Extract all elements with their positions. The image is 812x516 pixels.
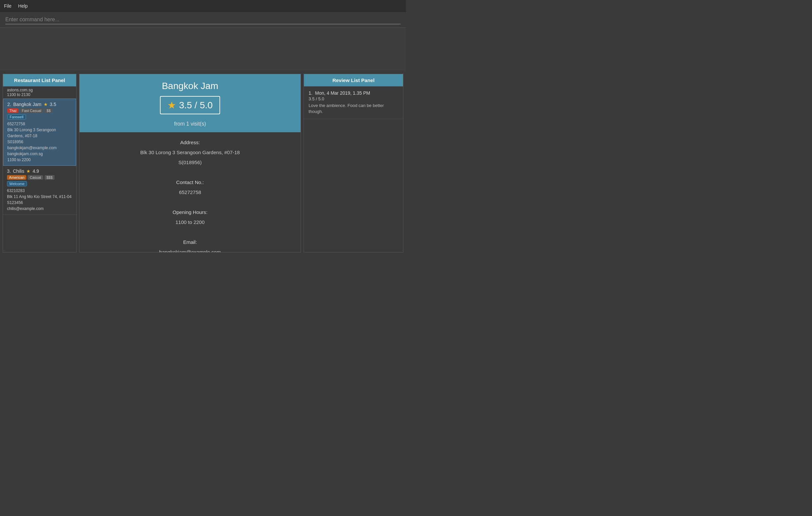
- chilis-address: Blk 11 Ang Mo Kio Street 74, #11-04: [7, 194, 72, 200]
- review-list-panel-header: Review List Panel: [304, 74, 403, 86]
- command-bar: [0, 12, 406, 28]
- center-visits: from 1 visit(s): [85, 121, 295, 127]
- rating-box: ★ 3.5 / 5.0: [160, 96, 220, 114]
- menu-bar: File Help: [0, 0, 406, 12]
- restaurant-hours: 1100 to 2200: [7, 157, 72, 163]
- review-rating: 3.5 / 5.0: [309, 96, 398, 101]
- partial-restaurant-item: astons.com.sg 1100 to 2130: [3, 86, 76, 99]
- chilis-rating: 4.9: [33, 169, 39, 174]
- chilis-star-icon: ★: [26, 169, 31, 174]
- center-rating: 3.5 / 5.0: [179, 100, 212, 111]
- review-date: 1. Mon, 4 Mar 2019, 1.35 PM: [309, 90, 398, 96]
- main-panels: Restaurant List Panel astons.com.sg 1100…: [0, 71, 406, 255]
- center-restaurant-name: Bangkok Jam: [85, 81, 295, 91]
- rating-star-icon: ★: [167, 99, 176, 111]
- restaurant-list-body[interactable]: astons.com.sg 1100 to 2130 2. Bangkok Ja…: [3, 86, 76, 252]
- chilis-tag-price: $$$: [45, 175, 55, 180]
- chilis-phone: 63210283: [7, 188, 72, 194]
- chilis-detail: 63210283 Blk 11 Ang Mo Kio Street 74, #1…: [7, 188, 72, 212]
- partial-hours: 1100 to 2130: [7, 92, 72, 97]
- chilis-postal: S123456: [7, 200, 72, 206]
- restaurant-list-panel: Restaurant List Panel astons.com.sg 1100…: [3, 74, 77, 252]
- review-item-1[interactable]: 1. Mon, 4 Mar 2019, 1.35 PM 3.5 / 5.0 Lo…: [304, 86, 403, 119]
- tag-cuisine: Thai: [7, 108, 18, 113]
- contact-value: 65272758: [86, 187, 294, 198]
- restaurant-name: Bangkok Jam: [13, 102, 41, 107]
- chilis-tag-cuisine: American: [7, 175, 26, 180]
- tag-style: Fast Casual: [20, 108, 43, 113]
- chilis-number: 3.: [7, 169, 11, 174]
- center-details: Address: Blk 30 Lorong 3 Serangoon Garde…: [80, 132, 300, 252]
- restaurant-list-panel-header: Restaurant List Panel: [3, 74, 76, 86]
- restaurant-website: bangkokjam.com.sg: [7, 151, 72, 157]
- review-text: Love the ambience. Food can be better th…: [309, 103, 398, 115]
- restaurant-detail-panel: Bangkok Jam ★ 3.5 / 5.0 from 1 visit(s) …: [79, 74, 301, 252]
- email-value: bangkokjam@example.com: [86, 247, 294, 252]
- output-area: [0, 28, 406, 71]
- menu-file[interactable]: File: [4, 3, 12, 9]
- chilis-tags-row: American Casual $$$: [7, 175, 72, 180]
- restaurant-name-row: 2. Bangkok Jam ★ 3.5: [7, 102, 72, 107]
- tag-occasion: Farewell: [7, 114, 26, 120]
- contact-label: Contact No.:: [86, 177, 294, 187]
- review-list-panel: Review List Panel 1. Mon, 4 Mar 2019, 1.…: [303, 74, 403, 252]
- restaurant-name-row-chilis: 3. Chilis ★ 4.9: [7, 169, 72, 174]
- email-label: Email:: [86, 237, 294, 247]
- restaurant-rating: 3.5: [50, 102, 56, 107]
- restaurant-detail: 65272758 Blk 30 Lorong 3 Serangoon Garde…: [7, 121, 72, 163]
- restaurant-star-icon: ★: [44, 102, 48, 107]
- address-value: Blk 30 Lorong 3 Serangoon Gardens, #07-1…: [86, 148, 294, 157]
- restaurant-number: 2.: [7, 102, 11, 107]
- partial-website: astons.com.sg: [7, 88, 72, 92]
- tag-price: $$: [45, 108, 53, 113]
- chilis-email: chilis@example.com: [7, 206, 72, 212]
- address-label: Address:: [86, 138, 294, 148]
- address-postal: S(018956): [86, 157, 294, 168]
- center-top: Bangkok Jam ★ 3.5 / 5.0 from 1 visit(s): [80, 74, 300, 132]
- chilis-name: Chilis: [13, 169, 24, 174]
- review-list-body[interactable]: 1. Mon, 4 Mar 2019, 1.35 PM 3.5 / 5.0 Lo…: [304, 86, 403, 252]
- restaurant-postal: S018956: [7, 139, 72, 145]
- chilis-occasion-row: Welcome: [7, 181, 72, 186]
- restaurant-phone: 65272758: [7, 121, 72, 127]
- hours-label: Opening Hours:: [86, 207, 294, 217]
- restaurant-address: Blk 30 Lorong 3 Serangoon Gardens, #07-1…: [7, 127, 72, 139]
- restaurant-email: bangkokjam@example.com: [7, 145, 72, 151]
- chilis-tag-style: Casual: [28, 175, 43, 180]
- restaurant-item-bangkok-jam[interactable]: 2. Bangkok Jam ★ 3.5 Thai Fast Casual $$…: [3, 99, 76, 166]
- menu-help[interactable]: Help: [18, 3, 28, 9]
- hours-value: 1100 to 2200: [86, 217, 294, 227]
- restaurant-item-chilis[interactable]: 3. Chilis ★ 4.9 American Casual $$$ Welc…: [3, 166, 76, 215]
- tags-row: Thai Fast Casual $$: [7, 108, 72, 113]
- command-input[interactable]: [5, 15, 401, 24]
- chilis-tag-occasion: Welcome: [7, 181, 27, 186]
- occasion-row: Farewell: [7, 114, 72, 120]
